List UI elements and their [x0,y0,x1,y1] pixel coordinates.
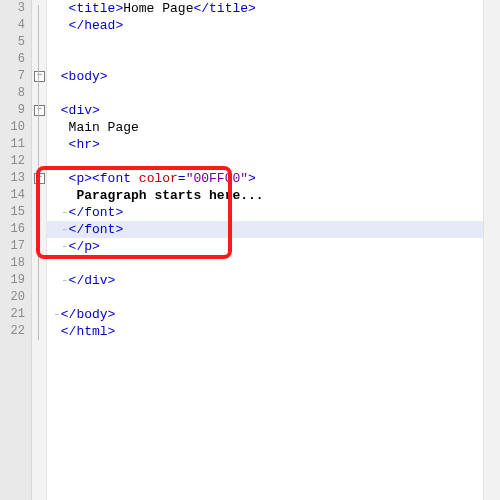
fold-toggle-icon[interactable]: − [34,105,45,116]
code-token: </title> [193,1,255,16]
code-line[interactable]: <body> [47,68,483,85]
line-number: 12 [0,153,31,170]
line-number: 17 [0,238,31,255]
code-token: </p> [69,239,100,254]
code-line[interactable] [47,51,483,68]
code-line[interactable]: -</font> [47,221,483,238]
code-line[interactable] [47,34,483,51]
line-number: 18 [0,255,31,272]
code-line[interactable]: <hr> [47,136,483,153]
fold-toggle-icon[interactable]: − [34,173,45,184]
code-token: <title> [69,1,124,16]
line-number: 4 [0,17,31,34]
code-token: Home Page [123,1,193,16]
code-token: </font> [69,222,124,237]
code-token: = [178,171,186,186]
fold-toggle-icon[interactable]: − [34,71,45,82]
code-token: > [248,171,256,186]
code-area[interactable]: <title>Home Page</title> </head> <body> … [47,0,483,500]
line-number: 20 [0,289,31,306]
code-token: <hr> [69,137,100,152]
line-number: 5 [0,34,31,51]
line-number: 7 [0,68,31,85]
code-token: color [139,171,178,186]
scrollbar-track[interactable] [483,0,500,500]
line-number: 10 [0,119,31,136]
code-line[interactable]: -</p> [47,238,483,255]
line-number: 8 [0,85,31,102]
code-token: <p><font [69,171,139,186]
line-number: 19 [0,272,31,289]
line-number: 16 [0,221,31,238]
code-line[interactable]: </head> [47,17,483,34]
code-token: </body> [61,307,116,322]
code-token: </div> [69,273,116,288]
code-token: <body> [61,69,108,84]
code-line[interactable] [47,289,483,306]
code-line[interactable]: -</font> [47,204,483,221]
code-line[interactable]: -</div> [47,272,483,289]
line-number: 14 [0,187,31,204]
line-number: 21 [0,306,31,323]
code-token: Paragraph starts here... [76,188,263,203]
code-token: "00FF00" [186,171,248,186]
line-number: 9 [0,102,31,119]
code-token: </html> [61,324,116,339]
line-number: 22 [0,323,31,340]
code-token: Main Page [69,120,139,135]
line-number: 11 [0,136,31,153]
code-line[interactable]: </html> [47,323,483,340]
code-line[interactable]: -</body> [47,306,483,323]
code-line[interactable]: <p><font color="00FF00"> [47,170,483,187]
code-token: <div> [61,103,100,118]
line-number: 13 [0,170,31,187]
code-line[interactable] [47,255,483,272]
code-line[interactable]: Main Page [47,119,483,136]
code-line[interactable] [47,85,483,102]
code-line[interactable]: <div> [47,102,483,119]
code-editor[interactable]: 345678910111213141516171819202122 −−− <t… [0,0,500,500]
line-number-gutter: 345678910111213141516171819202122 [0,0,32,500]
line-number: 15 [0,204,31,221]
code-line[interactable] [47,153,483,170]
code-token: </head> [69,18,124,33]
code-token: </font> [69,205,124,220]
code-line[interactable]: <title>Home Page</title> [47,0,483,17]
line-number: 3 [0,0,31,17]
fold-column[interactable]: −−− [32,0,47,500]
line-number: 6 [0,51,31,68]
code-line[interactable]: Paragraph starts here... [47,187,483,204]
